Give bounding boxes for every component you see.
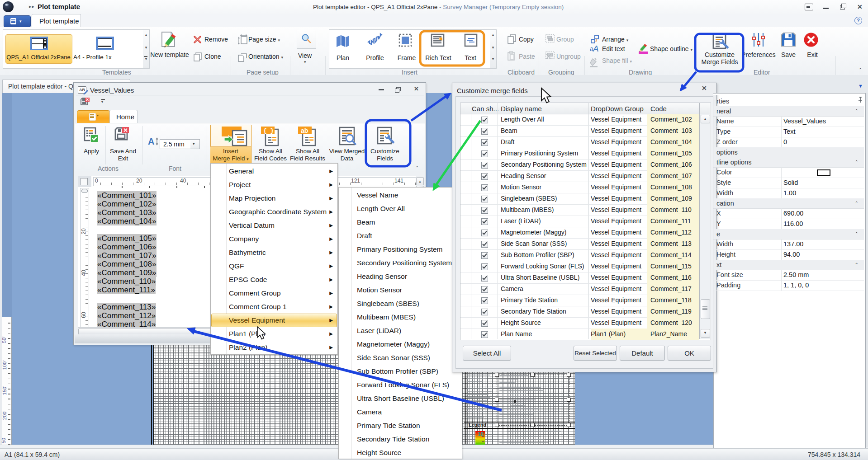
svg-text:A: A [593,44,599,53]
svg-text:{ }: { } [263,127,274,134]
svg-text:A: A [148,136,154,146]
svg-text:ab: ab [301,127,308,134]
